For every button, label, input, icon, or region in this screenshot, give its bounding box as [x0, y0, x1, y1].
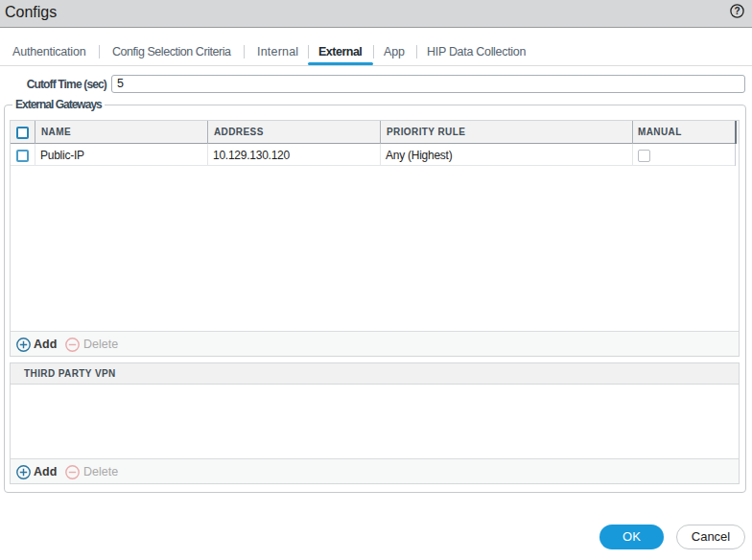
svg-text:?: ? — [734, 6, 740, 16]
